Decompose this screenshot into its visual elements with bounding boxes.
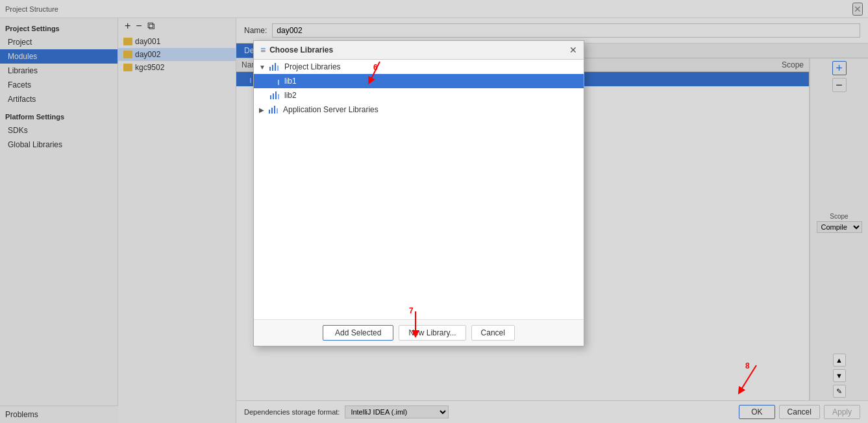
app-server-libraries-icon	[268, 106, 278, 114]
add-selected-button[interactable]: Add Selected	[323, 325, 393, 341]
main-window: Project Structure ✕ Project Settings Pro…	[0, 0, 868, 423]
new-library-button[interactable]: New Library...	[399, 325, 465, 341]
library-item-lib2[interactable]: lib2	[254, 88, 584, 103]
modal-footer: Add Selected New Library... Cancel	[254, 319, 584, 346]
library-item-lib1[interactable]: lib1	[254, 74, 584, 88]
choose-libraries-dialog: ≡ Choose Libraries ✕ ▼	[253, 40, 584, 346]
library-tree: ▼ Project Libraries	[254, 60, 584, 319]
collapse-arrow: ▼	[259, 64, 266, 71]
modal-cancel-button[interactable]: Cancel	[471, 325, 515, 341]
modal-title: ≡ Choose Libraries	[260, 45, 333, 55]
lib2-icon	[269, 91, 279, 99]
modal-icon: ≡	[260, 45, 266, 55]
project-libraries-icon	[269, 63, 279, 71]
app-server-libraries-group[interactable]: ▶ Application Server Libraries	[254, 103, 584, 117]
modal-titlebar: ≡ Choose Libraries ✕	[254, 41, 584, 60]
lib1-icon	[269, 77, 279, 85]
expand-arrow: ▶	[259, 106, 264, 114]
modal-close-button[interactable]: ✕	[569, 45, 577, 54]
project-libraries-group[interactable]: ▼ Project Libraries	[254, 60, 584, 74]
modal-body: ▼ Project Libraries	[254, 60, 584, 319]
modal-overlay: ≡ Choose Libraries ✕ ▼	[0, 0, 868, 423]
